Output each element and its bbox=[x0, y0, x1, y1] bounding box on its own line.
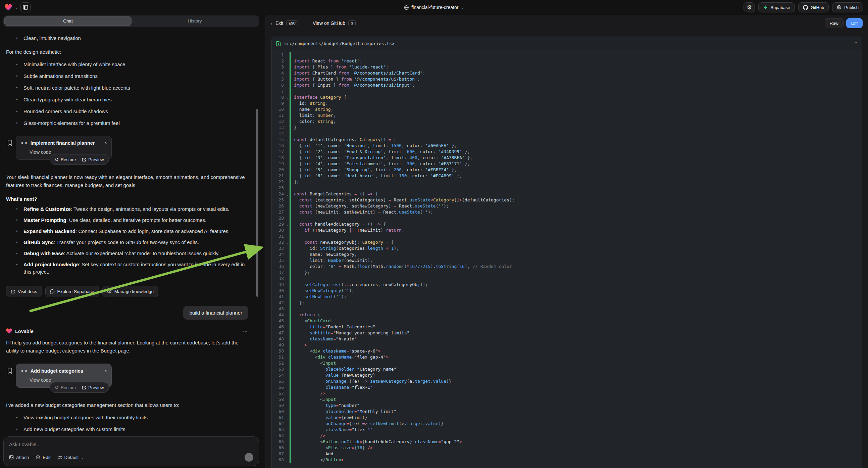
mode-selector[interactable]: Default ⌄ bbox=[57, 455, 84, 460]
version-card[interactable]: < > Implement financial planner › View c… bbox=[16, 136, 112, 160]
publish-label: Publish bbox=[844, 5, 859, 10]
code-line: 46 title="Budget Categories" bbox=[272, 324, 862, 330]
tool-card-add-budget-categories: < > Add budget categories › View code ↺R… bbox=[7, 363, 252, 388]
code-line: 53 placeholder="Category name" bbox=[272, 366, 862, 372]
code-line: 21 { id: '6', name: 'Healthcare', limit:… bbox=[272, 173, 862, 179]
file-diff-card: src/components/budget/BudgetCategories.t… bbox=[272, 37, 862, 468]
list-item: GitHub Sync: Transfer your project's cod… bbox=[6, 239, 252, 246]
version-title: Add budget categories bbox=[31, 368, 83, 374]
code-line: 32⌄ const newCategoryObj: Category = { bbox=[272, 239, 862, 245]
view-on-github-button[interactable]: View on GitHub bbox=[313, 21, 345, 26]
code-line: 68 </Button> bbox=[272, 457, 862, 463]
logo-chevron-down-icon[interactable]: ⌄ bbox=[15, 5, 18, 10]
chat-messages[interactable]: Clean, intuitive navigation For the desi… bbox=[3, 29, 259, 434]
ready-paragraph: Your sleek financial planner is now read… bbox=[6, 173, 252, 189]
preview-button[interactable]: Preview bbox=[82, 385, 104, 390]
bookmark-icon[interactable] bbox=[7, 368, 12, 374]
code-line: 22]; bbox=[272, 179, 862, 185]
code-line: 47 subtitle="Manage your spending limits… bbox=[272, 330, 862, 336]
code-line: 6import { Input } from '@/components/ui/… bbox=[272, 82, 862, 88]
assistant-header: Lovable ⋯ bbox=[6, 328, 252, 334]
version-card[interactable]: < > Add budget categories › View code ↺R… bbox=[16, 363, 112, 388]
code-line: 13} bbox=[272, 124, 862, 130]
code-line: 39 setCategories([...categories, newCate… bbox=[272, 282, 862, 288]
manage-knowledge-button[interactable]: Manage knowledge bbox=[102, 286, 158, 297]
chevron-right-icon[interactable]: › bbox=[105, 140, 107, 146]
github-button[interactable]: GitHub bbox=[798, 2, 829, 12]
code-line: 11 limit: number; bbox=[272, 113, 862, 118]
file-header[interactable]: src/components/budget/BudgetCategories.t… bbox=[272, 37, 862, 50]
settings-button[interactable]: ⚙ bbox=[744, 2, 755, 12]
external-link-icon bbox=[11, 289, 15, 294]
code-line: 23 bbox=[272, 185, 862, 191]
list-item: Clean, intuitive navigation bbox=[6, 35, 252, 42]
code-line: 44 return ( bbox=[272, 312, 862, 318]
collapse-file-button[interactable]: ⌃ bbox=[854, 41, 858, 46]
code-editor[interactable]: 12import React from 'react';3import { Pl… bbox=[272, 50, 862, 463]
chat-scrollbar[interactable] bbox=[256, 109, 258, 297]
raw-toggle-button[interactable]: Raw bbox=[825, 18, 843, 28]
message-more-button[interactable]: ⋯ bbox=[243, 329, 248, 334]
esc-key-badge: ESC bbox=[286, 21, 298, 26]
top-bar: ⌄ financial-future-creator ⌄ ⚙ Supabase … bbox=[0, 0, 868, 15]
preview-button[interactable]: Preview bbox=[82, 157, 104, 162]
visit-docs-button[interactable]: Visit docs bbox=[6, 286, 42, 297]
code-line: 28 bbox=[272, 215, 862, 221]
chevron-left-icon: ‹ bbox=[271, 21, 273, 26]
code-line: 36 color: '#' + Math.floor(Math.random()… bbox=[272, 264, 862, 270]
code-line: 31 bbox=[272, 233, 862, 239]
code-line: 20 { id: '5', name: 'Shopping', limit: 2… bbox=[272, 167, 862, 173]
bookmark-icon[interactable] bbox=[7, 140, 12, 146]
restore-button[interactable]: ↺Restore bbox=[55, 385, 76, 390]
target-icon bbox=[36, 455, 40, 460]
code-line: 51 <div className="flex gap-4"> bbox=[272, 354, 862, 360]
toggle-sidebar-button[interactable] bbox=[21, 2, 31, 12]
supabase-button[interactable]: Supabase bbox=[758, 2, 795, 12]
list-item: Add new budget categories with custom li… bbox=[6, 426, 252, 433]
composer-input[interactable]: Ask Lovable... bbox=[9, 441, 253, 447]
code-line: 7 bbox=[272, 88, 862, 94]
lovable-logo-heart-icon[interactable] bbox=[5, 4, 12, 11]
quick-actions: Visit docs Explore Supabase Manage knowl… bbox=[6, 286, 252, 297]
code-line: 63 className="flex-1" bbox=[272, 427, 862, 433]
project-switcher[interactable]: financial-future-creator ⌄ bbox=[404, 5, 464, 10]
send-button[interactable]: ↑ bbox=[245, 453, 253, 462]
restore-icon: ↺ bbox=[55, 385, 59, 390]
code-icon: < > bbox=[21, 141, 27, 145]
attach-button[interactable]: Attach bbox=[9, 455, 29, 460]
code-line: 35 limit: Number(newLimit), bbox=[272, 258, 862, 264]
edit-button[interactable]: Edit bbox=[36, 455, 50, 460]
code-line: 14 bbox=[272, 130, 862, 137]
code-viewer-toolbar: ‹ Exit ESC View on GitHub G Raw Diff bbox=[266, 15, 868, 31]
user-message: build a financial planner bbox=[183, 306, 248, 320]
code-line: 55 onChange={(e) => setNewCategory(e.tar… bbox=[272, 378, 862, 384]
code-line: 8⌄interface Category { bbox=[272, 94, 862, 100]
exit-button[interactable]: Exit bbox=[276, 21, 283, 26]
diff-toggle-button[interactable]: Diff bbox=[846, 18, 863, 28]
chevron-down-icon: ⌄ bbox=[81, 455, 84, 460]
code-line: 15⌄const defaultCategories: Category[] =… bbox=[272, 137, 862, 143]
code-line: 37 }; bbox=[272, 270, 862, 275]
list-item: Refine & Customize: Tweak the design, an… bbox=[6, 205, 252, 213]
next-steps-list: Refine & Customize: Tweak the design, an… bbox=[6, 205, 252, 275]
code-line: 27 const [newLimit, setNewLimit] = React… bbox=[272, 209, 862, 215]
chevron-right-icon[interactable]: › bbox=[105, 368, 107, 374]
code-line: 43 bbox=[272, 306, 862, 312]
restore-button[interactable]: ↺Restore bbox=[55, 157, 76, 162]
tab-history[interactable]: History bbox=[131, 17, 258, 26]
code-line: 9 id: string; bbox=[272, 100, 862, 107]
list-item: View existing budget categories with the… bbox=[6, 414, 252, 421]
code-line: 29⌄ const handleAddCategory = () => { bbox=[272, 221, 862, 227]
globe-icon bbox=[404, 5, 409, 10]
code-line: 64 /> bbox=[272, 433, 862, 439]
code-line: 40 setNewCategory(''); bbox=[272, 288, 862, 294]
version-title: Implement financial planner bbox=[31, 140, 95, 146]
list-item: Add project knowledge: Set key context o… bbox=[6, 261, 252, 275]
restore-preview-pill: ↺Restore Preview bbox=[50, 382, 109, 393]
publish-button[interactable]: Publish bbox=[832, 2, 863, 12]
explore-supabase-button[interactable]: Explore Supabase bbox=[45, 286, 99, 297]
tab-chat[interactable]: Chat bbox=[4, 17, 131, 26]
chat-panel: Chat History Clean, intuitive navigation… bbox=[3, 16, 259, 466]
code-line: 42 }; bbox=[272, 300, 862, 306]
composer[interactable]: Ask Lovable... Attach Edit Default ⌄ ↑ bbox=[3, 436, 259, 466]
